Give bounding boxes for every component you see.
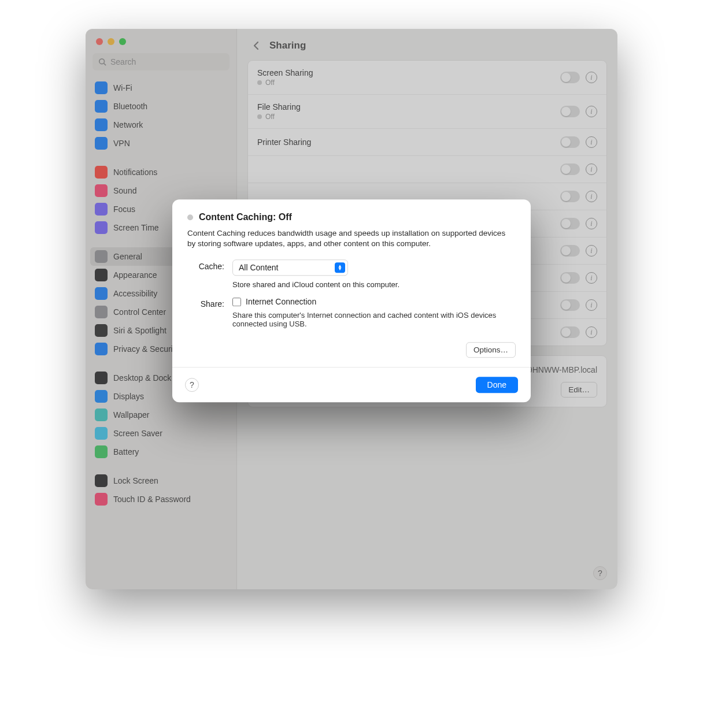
- share-label: Share:: [187, 298, 224, 309]
- status-dot-icon: [187, 214, 193, 220]
- sheet-title: Content Caching: Off: [187, 212, 516, 222]
- stepper-icon: ▲▼: [335, 263, 345, 273]
- options-button[interactable]: Options…: [466, 343, 516, 358]
- sheet-description: Content Caching reduces bandwidth usage …: [187, 228, 516, 249]
- system-settings-window: Search Wi-FiBluetoothNetworkVPNNotificat…: [86, 29, 617, 589]
- cache-label: Cache:: [187, 260, 224, 272]
- cache-select-value: All Content: [239, 263, 278, 273]
- share-hint: Share this computer's Internet connectio…: [232, 311, 516, 329]
- cache-select[interactable]: All Content ▲▼: [232, 260, 348, 276]
- cache-hint: Store shared and iCloud content on this …: [232, 281, 516, 289]
- share-internet-checkbox-input[interactable]: [232, 298, 241, 306]
- sheet-help-button[interactable]: ?: [185, 378, 199, 392]
- share-internet-checkbox[interactable]: Internet Connection: [232, 298, 516, 307]
- content-caching-sheet: Content Caching: Off Content Caching red…: [172, 199, 531, 402]
- done-button[interactable]: Done: [476, 377, 518, 393]
